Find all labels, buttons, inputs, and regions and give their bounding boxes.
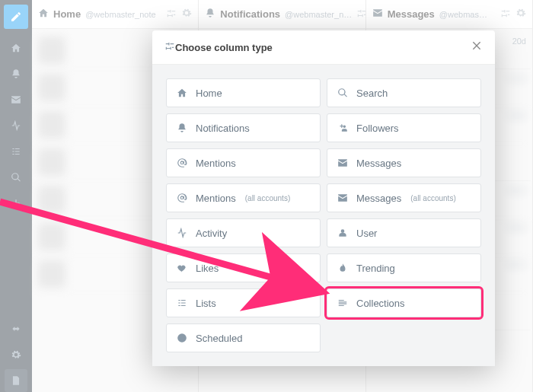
tile-label: Home — [196, 88, 222, 99]
column-type-home[interactable]: Home — [166, 78, 321, 107]
trending-icon — [337, 263, 349, 273]
scheduled-icon — [176, 333, 188, 343]
tile-label: Followers — [356, 123, 399, 134]
tile-label: Likes — [196, 263, 219, 274]
bell-icon — [176, 123, 188, 133]
heart-icon — [176, 263, 188, 273]
column-type-notifications[interactable]: Notifications — [166, 113, 321, 142]
tile-label: Search — [356, 88, 388, 99]
home-icon — [176, 88, 188, 98]
search-icon — [337, 88, 349, 98]
tile-label: Trending — [356, 263, 395, 274]
followers-icon — [337, 123, 349, 133]
column-type-messages[interactable]: Messages — [327, 148, 481, 177]
at-icon — [176, 193, 188, 203]
column-type-likes[interactable]: Likes — [166, 253, 321, 282]
modal-header-icon — [164, 40, 175, 54]
tile-label: Activity — [196, 228, 227, 239]
tile-label: Messages — [356, 193, 401, 204]
column-type-messages[interactable]: Messages(all accounts) — [327, 183, 481, 212]
add-column-modal: Choose column type HomeSearchNotificatio… — [152, 30, 495, 366]
column-type-collections[interactable]: Collections — [327, 288, 481, 317]
at-icon — [176, 158, 188, 168]
tile-label: Collections — [356, 298, 405, 309]
lists-icon — [176, 298, 188, 308]
activity-icon — [176, 228, 188, 238]
close-icon[interactable] — [471, 40, 483, 55]
column-type-followers[interactable]: Followers — [327, 113, 481, 142]
tile-label: Messages — [356, 158, 401, 169]
messages-icon — [337, 158, 349, 168]
column-type-activity[interactable]: Activity — [166, 218, 321, 247]
messages-icon — [337, 193, 349, 203]
user-icon — [337, 228, 349, 238]
modal-title: Choose column type — [175, 42, 273, 53]
tile-sublabel: (all accounts) — [245, 194, 290, 202]
tile-label: Mentions — [196, 193, 236, 204]
tile-label: Notifications — [196, 123, 250, 134]
column-type-user[interactable]: User — [327, 218, 481, 247]
column-type-scheduled[interactable]: Scheduled — [166, 323, 321, 352]
collections-icon — [337, 298, 349, 308]
column-type-search[interactable]: Search — [327, 78, 481, 107]
tile-label: Scheduled — [196, 333, 242, 344]
tile-label: Lists — [196, 298, 216, 309]
tile-label: Mentions — [196, 158, 236, 169]
column-type-lists[interactable]: Lists — [166, 288, 321, 317]
tile-label: User — [356, 228, 377, 239]
column-type-mentions[interactable]: Mentions(all accounts) — [166, 183, 321, 212]
tile-sublabel: (all accounts) — [410, 194, 455, 202]
column-type-mentions[interactable]: Mentions — [166, 148, 321, 177]
column-type-trending[interactable]: Trending — [327, 253, 481, 282]
